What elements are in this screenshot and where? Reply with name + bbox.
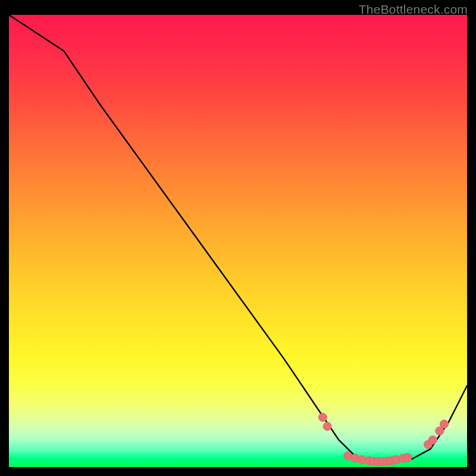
bottleneck-curve: [9, 15, 467, 462]
plot-area: [9, 15, 467, 467]
chart-frame: TheBottleneck.com: [0, 0, 476, 476]
data-marker: [428, 436, 437, 444]
data-marker: [440, 420, 449, 428]
data-marker: [323, 422, 331, 431]
data-marker: [403, 453, 412, 462]
data-marker: [318, 413, 327, 421]
curve-layer: [9, 15, 467, 467]
